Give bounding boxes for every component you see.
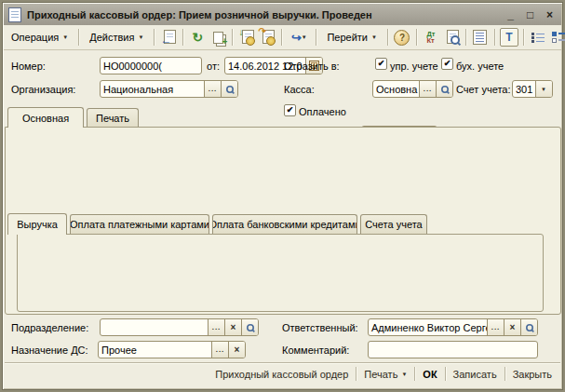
maximize-button[interactable]: □ [523,8,537,21]
account-value[interactable]: 301 [513,81,535,97]
naznachenie-label: Назначение ДС: [11,345,88,356]
clear-button[interactable]: × [504,319,520,335]
toolbar-separator [416,29,417,46]
magnifier-icon [441,86,449,93]
podrazdelenie-value[interactable] [101,319,208,335]
open-document-type-button[interactable]: Приходный кассовый ордер [209,369,355,380]
toolbar-separator [494,29,495,46]
tab-pechat[interactable]: Печать [87,108,139,127]
kommentarij-value[interactable] [369,342,537,358]
document-icon [8,7,21,22]
based-on-button[interactable]: ↷ [258,28,276,47]
main-toolbar: Операция▼ Действия▼ ← ↻ + ↓ ↷ ↪▼ Перейти… [4,25,561,50]
post-arrow-icon: ← [160,34,171,46]
toolbar-separator [316,29,316,46]
save-button[interactable]: Записать [447,369,504,380]
upr-uchete-checkbox[interactable]: ✔ [375,58,387,70]
check-icon: ✔ [287,106,294,115]
toolbar-separator [387,29,388,46]
clear-button[interactable]: × [224,319,241,335]
upr-uchete-label: упр. учете [390,61,438,72]
chevron-down-icon: ▼ [401,372,407,377]
date-label: от: [207,61,220,72]
list-icon [473,30,487,45]
ellipsis-button[interactable]: ... [204,81,221,97]
open-button[interactable] [241,319,258,335]
copy-button[interactable]: + [209,28,227,47]
naznachenie-field: Прочее...× [98,341,246,358]
dt-kt-button[interactable]: ДтКт [422,28,440,47]
button-separator [414,367,415,381]
formatting-toggle-button[interactable]: Т [500,28,518,47]
organization-value[interactable]: Национальная [101,81,204,97]
arrow-down-icon: ↓ [238,28,243,37]
ellipsis-button[interactable]: ... [419,81,436,97]
actions-menu-label: Действия [89,32,134,43]
tab-scheta-ucheta[interactable]: Счета учета [360,214,427,234]
close-form-button[interactable]: Закрыть [506,369,558,380]
levels-button[interactable] [529,28,547,47]
kassa-label: Касса: [284,84,315,95]
open-button[interactable] [520,319,537,335]
coin-icon [246,36,255,46]
organization-label: Организация: [11,84,75,95]
print-button-label: Печать [364,369,397,380]
goto-menu[interactable]: Перейти▼ [321,30,383,45]
checkbox-settings-button[interactable] [549,28,565,47]
list-settings-button[interactable] [471,28,490,47]
otvetstvennyj-value[interactable]: Админенко Виктор Сергееви [369,319,487,335]
toolbar-separator [523,29,524,46]
clear-button[interactable]: × [228,342,245,358]
number-field: НО0000000( [100,57,202,74]
open-button[interactable] [436,81,452,97]
number-value[interactable]: НО0000000( [101,58,201,74]
paid-checkbox[interactable]: ✔ [284,104,296,116]
close-button[interactable]: × [543,8,557,21]
ellipsis-button[interactable]: ... [208,319,224,335]
open-button[interactable] [221,81,237,97]
kommentarij-field [368,341,538,358]
kassa-value[interactable]: Основна [373,81,419,97]
app-window: Приходный кассовый ордер: Прием рознично… [0,0,565,392]
organization-field: Национальная... [100,80,238,98]
chevron-down-icon: ▼ [62,34,68,40]
ellipsis-button[interactable]: ... [487,319,504,335]
tab-vyruchka[interactable]: Выручка [7,213,67,235]
format-t-icon: Т [505,31,512,44]
buh-uchete-checkbox[interactable]: ✔ [441,58,453,70]
kommentarij-label: Комментарий: [282,345,349,356]
check-icon: ✔ [444,60,451,68]
minimize-button[interactable]: _ [504,8,518,21]
revenue-tab-panel [17,234,544,312]
reflect-label: Отразить в: [284,61,340,72]
refresh-button[interactable]: ↻ [188,28,207,47]
title-bar: Приходный кассовый ордер: Прием рознично… [4,4,561,25]
bottom-button-bar: Приходный кассовый ордер Печать▼ ОК Запи… [209,364,558,384]
otvetstvennyj-field: Админенко Виктор Сергееви...× [368,318,538,336]
ok-button[interactable]: ОК [416,369,443,380]
tab-osnovnaya[interactable]: Основная [7,107,84,128]
tab-oplata-kreditami[interactable]: Оплата банковскими кредитами [212,214,357,234]
goto-menu-label: Перейти [327,32,368,43]
check-document-button[interactable] [442,28,461,47]
actions-menu[interactable]: Действия▼ [84,30,149,45]
operation-menu[interactable]: Операция▼ [6,30,74,45]
chevron-down-icon: ▼ [138,34,143,40]
enter-on-basis-button[interactable]: ↓ [237,28,256,47]
goto-document-button[interactable]: ↪▼ [287,28,311,47]
tab-oplata-kartami[interactable]: Оплата платежными картами [70,214,209,234]
toolbar-separator [182,29,183,46]
coin-icon [266,36,276,46]
dropdown-button[interactable]: ▼ [535,81,552,97]
naznachenie-value[interactable]: Прочее [99,342,211,358]
help-button[interactable]: ? [393,28,411,47]
podrazdelenie-field: ...× [100,318,259,336]
post-document-button[interactable]: ← [159,28,178,47]
ellipsis-button[interactable]: ... [211,342,228,358]
refresh-icon: ↻ [193,31,204,44]
print-button[interactable]: Печать▼ [357,369,413,380]
chevron-down-icon: ▼ [302,34,307,40]
help-icon: ? [394,30,410,46]
toolbar-separator [232,29,233,46]
window-title: Приходный кассовый ордер: Прием рознично… [27,9,498,20]
